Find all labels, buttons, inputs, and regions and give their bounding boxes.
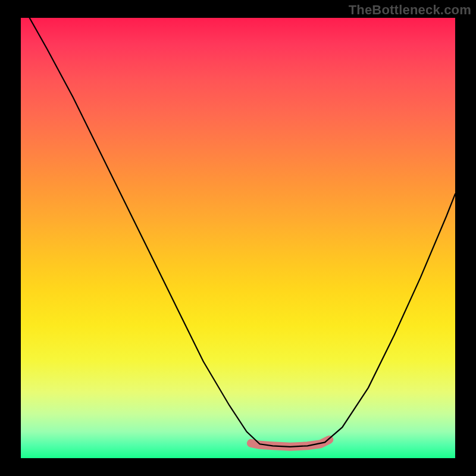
- attribution-text: TheBottleneck.com: [349, 2, 471, 18]
- main-curve: [30, 18, 455, 447]
- chart-frame: TheBottleneck.com: [0, 0, 476, 476]
- chart-svg: [21, 18, 455, 458]
